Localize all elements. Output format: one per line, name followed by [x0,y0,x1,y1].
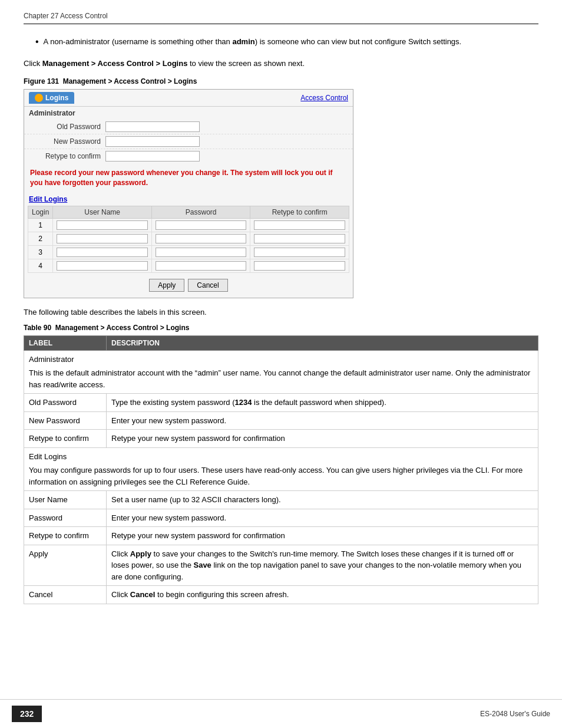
new-pw-desc-cell: Enter your new system password. [107,411,538,430]
description-table: LABEL DESCRIPTION Administrator This is … [24,335,538,604]
cancel-desc-cell: Click Cancel to begin configuring this s… [107,586,538,604]
col-login: Login [28,206,53,218]
table-row: Retype to confirm Retype your new system… [24,430,538,448]
username-input-4[interactable] [57,261,148,271]
table-row: Edit Logins [24,447,538,463]
access-control-link[interactable]: Access Control [300,94,348,102]
retype2-desc-cell: Retype your new system password for conf… [107,527,538,545]
table-row: You may configure passwords for up to fo… [24,463,538,491]
retype-confirm-row: Retype to confirm [24,149,353,163]
chapter-title: Chapter 27 Access Control [24,12,108,20]
login-num: 3 [28,245,53,259]
admin-section: Administrator Old Password New Password … [24,107,353,163]
admin-label: Administrator [24,107,353,120]
table-row: Cancel Click Cancel to begin configuring… [24,586,538,604]
retype-confirm-label: Retype to confirm [29,152,105,160]
bullet-section: • A non-administrator (username is somet… [24,36,538,48]
password-input-4[interactable] [156,261,247,271]
footer-guide-name: ES-2048 User's Guide [480,710,550,718]
apply-button[interactable]: Apply [149,279,184,292]
apply-label-cell: Apply [24,545,107,586]
login-num: 1 [28,218,53,232]
figure-label: Figure 131 Management > Access Control >… [24,77,538,85]
ui-panel-header: Logins Access Control [24,90,353,107]
tab-label: Logins [45,94,68,102]
username-input-3[interactable] [57,248,148,257]
new-password-input[interactable] [105,136,200,147]
username-label-cell: User Name [24,491,107,509]
username-cell[interactable] [53,259,152,272]
old-pw-label-cell: Old Password [24,394,107,412]
table-row: 2 [28,232,349,245]
retype-cell[interactable] [250,232,349,245]
edit-logins-title: Edit Logins [24,193,353,206]
figure-caption: Management > Access Control > Logins [63,77,197,85]
col-username: User Name [53,206,152,218]
col-password: Password [151,206,250,218]
password-input-3[interactable] [156,248,247,257]
logins-tab[interactable]: Logins [29,92,74,104]
table-row: 1 [28,218,349,232]
password-cell[interactable] [151,232,250,245]
old-password-row: Old Password [24,120,353,134]
cancel-button[interactable]: Cancel [188,279,227,292]
table-row: Old Password Type the existing system pa… [24,394,538,412]
table-intro: The following table describes the labels… [24,308,538,317]
new-pw-label-cell: New Password [24,411,107,430]
warning-text: Please record your new password whenever… [24,163,353,193]
username-cell[interactable] [53,245,152,259]
ui-panel: Logins Access Control Administrator Old … [24,89,353,298]
retype-input-3[interactable] [254,248,345,257]
table-row: 3 [28,245,349,259]
username-input-2[interactable] [57,234,148,243]
password-cell[interactable] [151,245,250,259]
retype-cell[interactable] [250,245,349,259]
bullet-text: A non-administrator (username is somethi… [44,36,462,48]
old-pw-desc-cell: Type the existing system password (1234 … [107,394,538,412]
admin-section-cell: Administrator [24,350,538,366]
col-retype: Retype to confirm [250,206,349,218]
retype-cell[interactable] [250,218,349,232]
table-label: Table 90 Management > Access Control > L… [24,324,538,332]
table-row: Administrator [24,350,538,366]
retype2-label-cell: Retype to confirm [24,527,107,545]
bullet-dot: • [35,36,39,48]
ui-buttons-row: Apply Cancel [24,273,353,298]
page-number: 232 [12,706,42,722]
new-password-label: New Password [29,137,105,146]
username-cell[interactable] [53,232,152,245]
apply-desc-cell: Click Apply to save your changes to the … [107,545,538,586]
cancel-label-cell: Cancel [24,586,107,604]
col-header-label: LABEL [24,335,107,350]
retype-input-4[interactable] [254,261,345,271]
retype-input-1[interactable] [254,220,345,230]
bullet-item: • A non-administrator (username is somet… [35,36,538,48]
username-cell[interactable] [53,218,152,232]
table-row: Retype to confirm Retype your new system… [24,527,538,545]
retype-desc-cell: Retype your new system password for conf… [107,430,538,448]
retype-input-2[interactable] [254,234,345,243]
old-password-label: Old Password [29,123,105,131]
col-header-description: DESCRIPTION [107,335,538,350]
admin-desc-cell: This is the default administrator accoun… [24,366,538,394]
username-input-1[interactable] [57,220,148,230]
figure-number: Figure 131 [24,77,59,85]
table-row: New Password Enter your new system passw… [24,411,538,430]
new-password-row: New Password [24,134,353,149]
password-cell[interactable] [151,218,250,232]
tab-circle-icon [35,94,43,102]
edit-logins-desc-cell: You may configure passwords for up to fo… [24,463,538,491]
username-desc-cell: Set a user name (up to 32 ASCII characte… [107,491,538,509]
chapter-header: Chapter 27 Access Control [24,12,538,24]
retype-label-cell: Retype to confirm [24,430,107,448]
retype-cell[interactable] [250,259,349,272]
old-password-input[interactable] [105,121,200,132]
password-cell[interactable] [151,259,250,272]
login-num: 2 [28,232,53,245]
password-desc-cell: Enter your new system password. [107,509,538,527]
password-input-2[interactable] [156,234,247,243]
table-number: Table 90 [24,324,51,332]
password-label-cell: Password [24,509,107,527]
password-input-1[interactable] [156,220,247,230]
retype-confirm-input[interactable] [105,151,200,162]
